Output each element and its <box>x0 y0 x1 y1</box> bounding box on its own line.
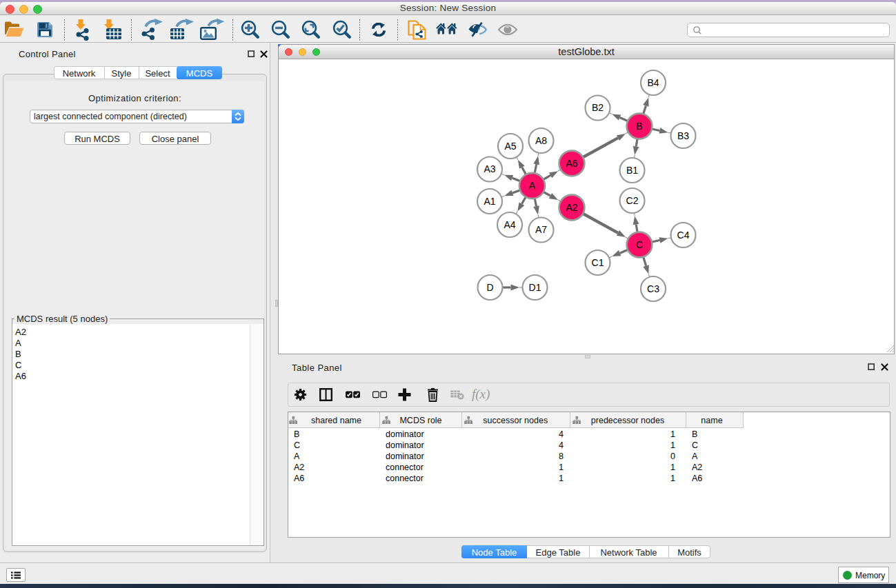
svg-text:B2: B2 <box>592 102 604 113</box>
svg-text:A2: A2 <box>566 202 577 213</box>
svg-text:A7: A7 <box>535 224 547 235</box>
svg-text:B: B <box>636 121 642 132</box>
svg-text:A5: A5 <box>504 141 516 152</box>
svg-text:A: A <box>529 180 536 191</box>
svg-text:D1: D1 <box>529 282 541 293</box>
svg-text:B4: B4 <box>647 77 659 88</box>
svg-text:C1: C1 <box>592 257 604 268</box>
svg-text:C2: C2 <box>626 195 639 206</box>
svg-text:D: D <box>486 282 493 293</box>
svg-text:B3: B3 <box>677 130 689 141</box>
svg-text:C4: C4 <box>677 230 690 241</box>
svg-text:B1: B1 <box>626 165 638 176</box>
svg-text:A8: A8 <box>535 135 547 146</box>
svg-text:A1: A1 <box>484 196 495 207</box>
svg-text:A4: A4 <box>504 219 515 230</box>
svg-text:C: C <box>636 239 643 250</box>
svg-text:A6: A6 <box>566 158 577 169</box>
svg-text:A3: A3 <box>484 163 495 174</box>
svg-text:C3: C3 <box>647 283 659 294</box>
